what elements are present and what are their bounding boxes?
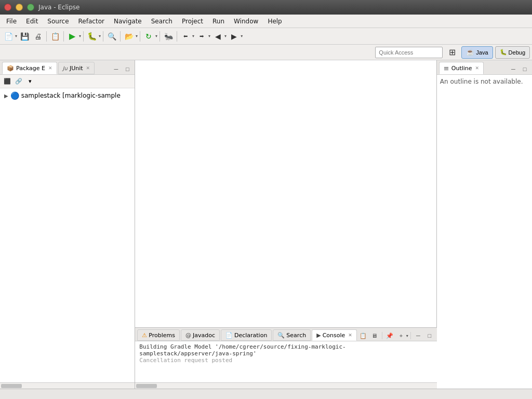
prev-annotation-button[interactable]: ⬅ bbox=[179, 30, 192, 43]
right-panel-maximize[interactable]: □ bbox=[520, 64, 530, 74]
tab-package-explorer-close[interactable]: ✕ bbox=[48, 65, 52, 71]
package-explorer-icon: 📦 bbox=[7, 65, 14, 72]
run-group[interactable]: ▶ ▾ bbox=[66, 30, 81, 43]
menu-source[interactable]: Source bbox=[43, 17, 73, 26]
right-content: An outline is not available. bbox=[437, 75, 532, 389]
back-button[interactable]: ◀ bbox=[211, 30, 224, 43]
left-hscroll[interactable] bbox=[0, 382, 135, 389]
menu-edit[interactable]: Edit bbox=[22, 17, 42, 26]
print-button[interactable]: 🖨 bbox=[32, 30, 44, 43]
forward-group[interactable]: ▶ ▾ bbox=[228, 30, 243, 43]
right-panel-minimize[interactable]: ─ bbox=[508, 64, 518, 74]
quickaccess-input[interactable] bbox=[375, 47, 443, 58]
next-annotation-button[interactable]: ➡ bbox=[195, 30, 208, 43]
prev-annotation-arrow[interactable]: ▾ bbox=[192, 34, 194, 38]
center-bottom: ⚠ Problems @ Javadoc 📄 Declaration 🔍 bbox=[135, 60, 437, 389]
prev-annotation-group[interactable]: ⬅ ▾ bbox=[179, 30, 194, 43]
bottom-panel-minimize[interactable]: ─ bbox=[413, 330, 423, 341]
open-type-group[interactable]: 📂 ▾ bbox=[123, 30, 138, 43]
tab-console[interactable]: ▶ Console ✕ bbox=[312, 329, 357, 341]
tab-outline[interactable]: ≡ Outline ✕ bbox=[439, 62, 484, 74]
console-new-button[interactable]: + bbox=[396, 330, 406, 341]
next-annotation-arrow[interactable]: ▾ bbox=[208, 34, 210, 38]
console-pin-button[interactable]: 📌 bbox=[384, 330, 395, 341]
forward-button[interactable]: ▶ bbox=[228, 30, 240, 43]
new-file-group[interactable]: 📄 ▾ bbox=[2, 30, 17, 43]
ant-button[interactable]: 🐜 bbox=[162, 30, 175, 43]
minimize-button[interactable] bbox=[16, 4, 23, 11]
menu-help[interactable]: Help bbox=[263, 17, 286, 26]
forward-arrow[interactable]: ▾ bbox=[241, 34, 243, 38]
debug-arrow[interactable]: ▾ bbox=[99, 34, 101, 38]
tab-search-label: Search bbox=[286, 332, 306, 339]
outline-empty-text: An outline is not available. bbox=[440, 78, 523, 85]
bottom-panel-maximize[interactable]: □ bbox=[424, 330, 435, 341]
back-arrow[interactable]: ▾ bbox=[224, 34, 227, 38]
bottom-tab-controls: 📋 🖥 📌 + ▾ ─ □ bbox=[358, 330, 435, 341]
menu-refactor[interactable]: Refactor bbox=[74, 17, 109, 26]
debug-group[interactable]: 🐛 ▾ bbox=[86, 30, 101, 43]
close-button[interactable] bbox=[4, 4, 11, 11]
menu-project[interactable]: Project bbox=[178, 17, 207, 26]
collapse-all-button[interactable]: ⬛ bbox=[2, 76, 12, 87]
new-file-button[interactable]: 📄 bbox=[2, 30, 15, 43]
bottom-hscroll[interactable] bbox=[135, 382, 437, 389]
left-panel-maximize[interactable]: □ bbox=[122, 64, 132, 74]
tree-arrow-samplestack: ▶ bbox=[4, 93, 8, 99]
console-show-console-button[interactable]: 🖥 bbox=[369, 330, 380, 341]
tb-sep-2 bbox=[63, 31, 64, 42]
menu-navigate[interactable]: Navigate bbox=[110, 17, 146, 26]
tab-declaration-label: Declaration bbox=[234, 332, 267, 339]
menu-run[interactable]: Run bbox=[208, 17, 229, 26]
menu-file[interactable]: File bbox=[2, 17, 21, 26]
tab-search[interactable]: 🔍 Search bbox=[273, 329, 311, 341]
open-type-arrow[interactable]: ▾ bbox=[136, 34, 138, 38]
menu-search[interactable]: Search bbox=[147, 17, 177, 26]
left-panel-minimize[interactable]: ─ bbox=[111, 64, 121, 74]
run-arrow[interactable]: ▾ bbox=[79, 34, 81, 38]
statusbar bbox=[0, 389, 532, 399]
console-new-group[interactable]: + ▾ bbox=[396, 330, 408, 341]
tab-junit[interactable]: Ju JUnit ✕ bbox=[58, 62, 95, 74]
tree-item-samplestack[interactable]: ▶ 🔵 samplestack [marklogic-sample bbox=[2, 90, 132, 101]
bottom-tabs: ⚠ Problems @ Javadoc 📄 Declaration 🔍 bbox=[135, 328, 437, 341]
open-type-button[interactable]: 📂 bbox=[123, 30, 135, 43]
tab-console-close[interactable]: ✕ bbox=[348, 332, 352, 338]
tab-package-explorer[interactable]: 📦 Package E ✕ bbox=[2, 62, 57, 74]
back-group[interactable]: ◀ ▾ bbox=[211, 30, 227, 43]
run-button[interactable]: ▶ bbox=[66, 30, 78, 43]
tab-problems[interactable]: ⚠ Problems bbox=[137, 329, 180, 341]
properties-button[interactable]: 📋 bbox=[49, 30, 61, 43]
tab-junit-close[interactable]: ✕ bbox=[86, 65, 90, 71]
java-perspective-button[interactable]: ☕ Java bbox=[461, 46, 493, 59]
tab-javadoc[interactable]: @ Javadoc bbox=[181, 329, 220, 341]
problems-icon: ⚠ bbox=[142, 332, 147, 339]
console-open-console-button[interactable]: 📋 bbox=[358, 330, 368, 341]
tb-sep-8 bbox=[177, 31, 177, 42]
tab-outline-close[interactable]: ✕ bbox=[475, 65, 480, 71]
refresh-button[interactable]: ↻ bbox=[142, 30, 155, 43]
refresh-arrow[interactable]: ▾ bbox=[155, 34, 157, 38]
save-button[interactable]: 💾 bbox=[18, 30, 31, 43]
next-annotation-group[interactable]: ➡ ▾ bbox=[195, 30, 210, 43]
tb-sep-7 bbox=[159, 31, 160, 42]
console-new-arrow[interactable]: ▾ bbox=[406, 334, 408, 338]
main-area: 📦 Package E ✕ Ju JUnit ✕ ─ □ ⬛ bbox=[0, 60, 532, 389]
debug-button[interactable]: 🐛 bbox=[86, 30, 98, 43]
new-file-arrow[interactable]: ▾ bbox=[15, 34, 17, 38]
refresh-group[interactable]: ↻ ▾ bbox=[142, 30, 157, 43]
link-editor-button[interactable]: 🔗 bbox=[14, 76, 24, 87]
perspective-list-button[interactable]: ⊞ bbox=[445, 46, 459, 59]
debug-perspective-button[interactable]: 🐛 Debug bbox=[495, 46, 530, 59]
tab-javadoc-label: Javadoc bbox=[193, 332, 215, 339]
maximize-button[interactable] bbox=[27, 4, 34, 11]
outline-icon: ≡ bbox=[444, 64, 449, 72]
view-menu-button[interactable]: ▾ bbox=[25, 76, 35, 87]
left-panel: 📦 Package E ✕ Ju JUnit ✕ ─ □ ⬛ bbox=[0, 60, 135, 389]
right-panel: ≡ Outline ✕ ─ □ An outline is not availa… bbox=[437, 60, 532, 389]
bottom-hscroll-thumb[interactable] bbox=[136, 384, 157, 388]
search-button[interactable]: 🔍 bbox=[105, 30, 118, 43]
left-hscroll-thumb[interactable] bbox=[1, 384, 22, 388]
menu-window[interactable]: Window bbox=[230, 17, 262, 26]
tab-declaration[interactable]: 📄 Declaration bbox=[221, 329, 272, 341]
